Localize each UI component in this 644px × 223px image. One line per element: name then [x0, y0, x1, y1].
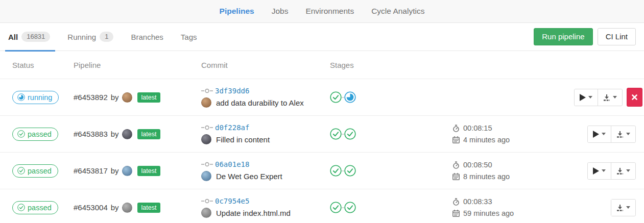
download-icon: [603, 94, 610, 101]
finished-ago-text: 59 minutes ago: [463, 209, 514, 217]
play-dropdown-button[interactable]: [588, 163, 611, 179]
duration-stopwatch-icon: [452, 125, 460, 132]
header-commit: Commit: [197, 61, 326, 69]
user-avatar[interactable]: [122, 203, 132, 213]
header-stages: Stages: [326, 61, 448, 69]
chevron-down-icon: [602, 133, 606, 135]
stage-icon-passed[interactable]: [330, 91, 342, 103]
tab-branches[interactable]: Branches: [131, 23, 163, 51]
commit-hash-link[interactable]: 0c7954e5: [215, 197, 249, 205]
pipeline-link[interactable]: #6453817: [74, 166, 108, 175]
latest-badge[interactable]: latest: [137, 129, 161, 139]
chevron-down-icon: [626, 133, 630, 135]
duration-text: 00:08:15: [463, 124, 492, 132]
stages-group: [330, 128, 448, 140]
stage-icon-running[interactable]: [344, 91, 356, 103]
pipeline-link[interactable]: #6453892: [74, 93, 108, 102]
commit-hash-link[interactable]: 06a01e18: [215, 160, 249, 168]
latest-badge[interactable]: latest: [137, 92, 161, 103]
status-badge-passed[interactable]: passed: [12, 201, 58, 214]
nav-cycle-analytics[interactable]: Cycle Analytics: [371, 7, 424, 16]
play-dropdown-button[interactable]: [588, 126, 611, 142]
nav-pipelines[interactable]: Pipelines: [220, 7, 254, 16]
tab-all-label: All: [8, 33, 18, 41]
status-badge-running[interactable]: running: [12, 91, 59, 104]
by-label: by: [111, 166, 119, 175]
status-label: passed: [28, 204, 52, 212]
actions-button-group: [587, 126, 636, 143]
run-pipeline-button[interactable]: Run pipeline: [534, 28, 592, 46]
download-icon: [616, 204, 624, 211]
commit-message-link[interactable]: Filled in content: [216, 135, 270, 144]
committer-avatar[interactable]: [201, 97, 211, 108]
stage-icon-passed[interactable]: [330, 128, 342, 140]
user-avatar[interactable]: [122, 166, 132, 176]
commit-hash-link[interactable]: d0f228af: [215, 123, 249, 132]
commit-hash-link[interactable]: 3df39dd6: [215, 87, 249, 95]
calendar-icon: [452, 173, 460, 180]
stages-group: [330, 202, 448, 213]
chevron-down-icon: [626, 206, 630, 209]
passed-icon: [17, 130, 25, 138]
calendar-icon: [452, 210, 460, 217]
close-icon: [632, 94, 637, 100]
commit-message-link[interactable]: De Wet Geo Expert: [216, 172, 282, 181]
passed-icon: [17, 167, 25, 175]
pipeline-link[interactable]: #6453004: [74, 203, 108, 212]
actions-button-group: [574, 89, 623, 106]
pipeline-row: passed #6453004 by latest 0c7954e5 Updat…: [0, 189, 644, 223]
duration-text: 00:08:33: [463, 197, 492, 206]
committer-avatar[interactable]: [201, 171, 211, 181]
status-label: running: [28, 93, 52, 102]
by-label: by: [111, 130, 119, 138]
pipeline-link[interactable]: #6453883: [74, 130, 108, 138]
download-artifacts-button[interactable]: [611, 163, 635, 179]
user-avatar[interactable]: [122, 129, 132, 139]
latest-badge[interactable]: latest: [137, 203, 161, 213]
ci-lint-button[interactable]: CI Lint: [598, 28, 636, 46]
download-icon: [616, 167, 624, 175]
by-label: by: [111, 93, 119, 102]
committer-avatar[interactable]: [201, 208, 211, 218]
commit-message-link[interactable]: Update index.html.md: [216, 209, 291, 217]
cancel-pipeline-button[interactable]: [627, 88, 642, 107]
actions-button-group: [611, 199, 636, 216]
committer-avatar[interactable]: [201, 134, 211, 144]
pipeline-row: passed #6453817 by latest 06a01e18 De We…: [0, 153, 644, 189]
duration-stopwatch-icon: [452, 198, 460, 206]
stage-icon-passed[interactable]: [330, 165, 342, 177]
download-artifacts-button[interactable]: [611, 200, 635, 216]
commit-message-link[interactable]: add data durability to Alex: [216, 98, 304, 107]
finished-ago-text: 4 minutes ago: [463, 136, 510, 144]
pipelines-table-header: Status Pipeline Commit Stages: [0, 51, 644, 79]
tab-all[interactable]: All 16831: [8, 23, 50, 51]
pipeline-row: running #6453892 by latest 3df39dd6 add …: [0, 79, 644, 116]
tab-running-label: Running: [67, 33, 96, 41]
stage-icon-passed[interactable]: [344, 165, 356, 177]
nav-jobs[interactable]: Jobs: [272, 7, 289, 16]
top-navigation: Pipelines Jobs Environments Cycle Analyt…: [0, 0, 644, 23]
stage-icon-passed[interactable]: [344, 128, 356, 140]
header-status: Status: [8, 61, 69, 69]
by-label: by: [111, 203, 119, 212]
status-badge-passed[interactable]: passed: [12, 128, 58, 141]
tab-tags[interactable]: Tags: [181, 23, 197, 51]
nav-environments[interactable]: Environments: [305, 7, 354, 16]
download-artifacts-button[interactable]: [611, 126, 635, 142]
play-icon: [593, 131, 599, 138]
header-pipeline: Pipeline: [69, 61, 197, 69]
download-icon: [616, 131, 624, 138]
tab-running[interactable]: Running 1: [67, 23, 113, 51]
stages-group: [330, 165, 448, 177]
play-dropdown-button[interactable]: [575, 89, 598, 106]
commit-icon: [201, 197, 213, 205]
status-badge-passed[interactable]: passed: [12, 164, 58, 178]
latest-badge[interactable]: latest: [137, 166, 161, 176]
status-label: passed: [28, 167, 52, 175]
chevron-down-icon: [588, 96, 592, 98]
calendar-icon: [452, 136, 460, 143]
user-avatar[interactable]: [122, 92, 132, 103]
stage-icon-passed[interactable]: [330, 202, 342, 213]
stage-icon-passed[interactable]: [344, 202, 356, 213]
download-artifacts-button[interactable]: [598, 89, 622, 106]
